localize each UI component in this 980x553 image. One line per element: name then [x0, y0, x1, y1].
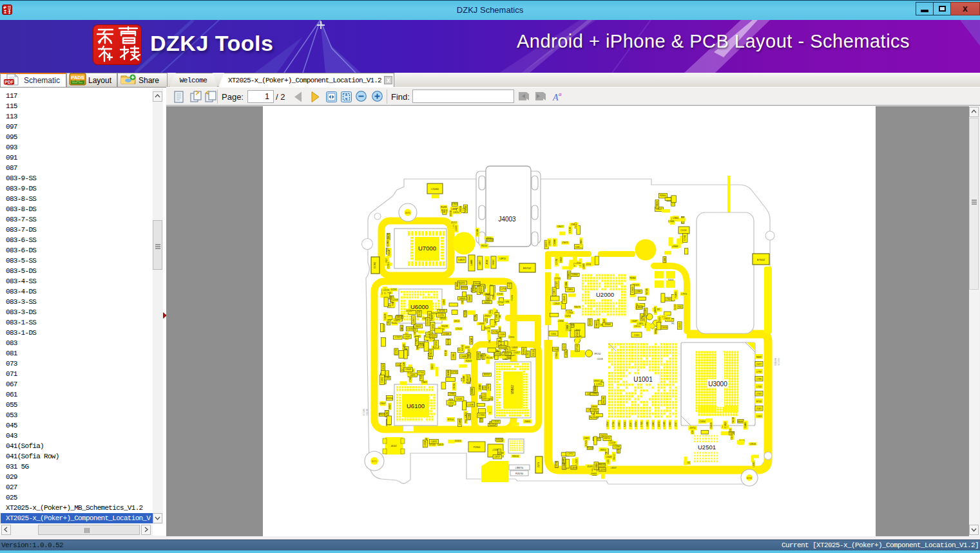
svg-text:Z1461: Z1461 — [756, 408, 762, 410]
svg-text:R1249: R1249 — [644, 308, 647, 315]
svg-text:R3141: R3141 — [379, 413, 385, 416]
svg-text:R6042: R6042 — [568, 272, 570, 278]
svg-text:R6758: R6758 — [646, 288, 648, 295]
svg-text:R2843: R2843 — [466, 360, 472, 362]
svg-text:M5766: M5766 — [747, 477, 752, 480]
svg-text:L6900: L6900 — [468, 353, 470, 359]
svg-text:D4706: D4706 — [451, 371, 457, 373]
svg-text:C3048: C3048 — [606, 456, 612, 458]
svg-text:L3M8750: L3M8750 — [515, 467, 524, 469]
svg-text:C9199: C9199 — [427, 319, 429, 325]
svg-text:C1113: C1113 — [634, 334, 640, 337]
svg-text:R8798: R8798 — [447, 339, 450, 345]
svg-text:Z5785: Z5785 — [492, 331, 498, 333]
svg-text:L1618: L1618 — [555, 462, 558, 467]
svg-text:Z7152: Z7152 — [576, 345, 579, 351]
svg-text:D4433: D4433 — [595, 321, 598, 328]
svg-text:Z8450: Z8450 — [600, 449, 606, 451]
svg-text:L1138: L1138 — [468, 404, 474, 406]
svg-text:Z5408: Z5408 — [459, 419, 461, 425]
svg-text:A708: A708 — [486, 259, 488, 264]
svg-text:R8300: R8300 — [594, 386, 597, 393]
svg-text:C5994: C5994 — [591, 393, 598, 395]
svg-text:D4827: D4827 — [389, 403, 391, 409]
svg-text:C7761: C7761 — [395, 348, 398, 355]
svg-text:R4022: R4022 — [415, 325, 421, 328]
svg-text:C4669: C4669 — [512, 346, 518, 349]
svg-text:R6364: R6364 — [629, 277, 636, 279]
svg-text:L4828: L4828 — [655, 307, 657, 313]
svg-text:U2000: U2000 — [596, 291, 614, 298]
svg-text:C8126: C8126 — [750, 443, 756, 445]
svg-text:R4742: R4742 — [461, 344, 464, 351]
svg-text:L8167: L8167 — [675, 422, 677, 427]
svg-text:S95701: S95701 — [366, 408, 369, 415]
svg-text:R1500: R1500 — [463, 376, 466, 382]
svg-text:C4695: C4695 — [409, 374, 416, 377]
svg-text:C3359: C3359 — [661, 326, 668, 329]
svg-text:L7301: L7301 — [666, 298, 671, 301]
svg-text:C7974: C7974 — [681, 293, 687, 295]
svg-text:C6653: C6653 — [664, 317, 670, 320]
svg-text:C3111: C3111 — [551, 333, 557, 335]
svg-text:C9161: C9161 — [676, 306, 682, 308]
svg-text:U1001: U1001 — [633, 376, 653, 383]
svg-text:C2871: C2871 — [416, 338, 418, 344]
svg-text:D3616: D3616 — [487, 294, 490, 301]
svg-text:R9747: R9747 — [484, 373, 490, 376]
svg-text:L6364: L6364 — [443, 299, 445, 305]
svg-text:D2374: D2374 — [658, 421, 660, 427]
svg-text:C8940: C8940 — [553, 239, 556, 246]
svg-text:R4907: R4907 — [492, 259, 495, 265]
svg-text:C4259: C4259 — [599, 469, 606, 471]
svg-text:R7135: R7135 — [439, 310, 445, 312]
svg-text:C6488: C6488 — [461, 355, 467, 358]
svg-text:C4193: C4193 — [674, 304, 677, 310]
svg-text:L3589: L3589 — [582, 263, 585, 269]
svg-text:C6194: C6194 — [512, 295, 514, 301]
svg-text:D7165: D7165 — [429, 444, 436, 446]
svg-text:L1144: L1144 — [493, 420, 499, 423]
svg-text:Z9710: Z9710 — [689, 427, 695, 429]
svg-text:Z4972: Z4972 — [480, 286, 483, 292]
svg-text:C7631: C7631 — [585, 440, 588, 447]
svg-text:C5454: C5454 — [699, 420, 706, 423]
svg-text:R9941: R9941 — [523, 348, 526, 354]
svg-text:SC5301: SC5301 — [363, 408, 365, 416]
svg-text:R2600: R2600 — [660, 194, 666, 197]
svg-text:Z6820: Z6820 — [524, 420, 530, 423]
svg-text:L1870: L1870 — [637, 323, 643, 325]
svg-text:C9380: C9380 — [448, 393, 455, 395]
svg-text:C1118: C1118 — [597, 358, 603, 361]
svg-text:C2195: C2195 — [383, 289, 390, 292]
svg-text:R8752: R8752 — [604, 437, 611, 440]
svg-text:Z9814: Z9814 — [571, 223, 577, 226]
svg-text:C7227: C7227 — [395, 336, 401, 339]
svg-text:Z6257: Z6257 — [576, 331, 579, 337]
svg-text:C1981: C1981 — [496, 314, 499, 320]
svg-text:C7286: C7286 — [474, 314, 477, 321]
svg-text:L4F10: L4F10 — [499, 258, 506, 260]
svg-text:P035760: P035760 — [515, 473, 523, 475]
svg-text:L5329: L5329 — [487, 384, 490, 390]
svg-text:C5267: C5267 — [658, 316, 661, 323]
svg-text:C8317: C8317 — [431, 364, 434, 370]
svg-text:C4228: C4228 — [384, 314, 387, 320]
svg-text:Z4144: Z4144 — [440, 317, 446, 320]
svg-text:C5060: C5060 — [431, 187, 439, 191]
svg-text:M6781: M6781 — [405, 212, 410, 214]
svg-text:C1159: C1159 — [610, 442, 615, 444]
svg-text:C7459: C7459 — [631, 286, 634, 293]
svg-text:C2758: C2758 — [500, 288, 506, 290]
svg-text:R3290: R3290 — [387, 397, 393, 400]
svg-text:J4003: J4003 — [498, 216, 516, 223]
svg-text:C4310: C4310 — [732, 417, 735, 424]
svg-text:C7035: C7035 — [497, 293, 503, 295]
svg-text:L7126: L7126 — [756, 386, 762, 388]
svg-text:C2084: C2084 — [565, 281, 568, 288]
svg-text:R7510: R7510 — [448, 418, 454, 421]
svg-text:L9641: L9641 — [618, 422, 620, 427]
svg-text:C7865: C7865 — [555, 352, 558, 359]
svg-text:R5533: R5533 — [499, 346, 506, 349]
svg-text:R9383: R9383 — [483, 353, 485, 360]
